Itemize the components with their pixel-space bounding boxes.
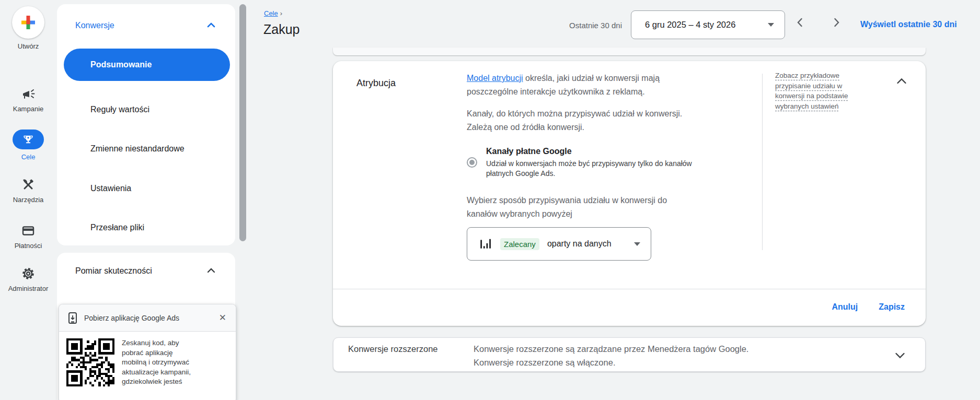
close-icon[interactable]: ✕ <box>217 311 228 324</box>
enhanced-conversions-line1: Konwersje rozszerzone są zarządzane prze… <box>474 342 748 356</box>
previous-card-sliver <box>333 48 926 55</box>
create-button[interactable]: Utwórz <box>0 6 56 50</box>
expand-section-button[interactable] <box>893 348 907 363</box>
paid-channels-texts: Kanały płatne Google Udział w konwersjac… <box>486 144 692 178</box>
attribution-model-dropdown[interactable]: Zalecany oparty na danych <box>467 227 651 261</box>
example-attribution-link[interactable]: Zobacz przykładowe przypisanie udziału w… <box>775 70 886 111</box>
sidebar-item-reguly-wartosci[interactable]: Reguły wartości <box>90 105 149 114</box>
nav-rail: Utwórz Kampanie Cele <box>0 0 56 400</box>
enhanced-conversions-line2: Konwersje rozszerzone są włączone. <box>474 356 748 369</box>
collapse-section-button[interactable] <box>894 74 909 88</box>
choose-method-text: Wybierz sposób przypisywania udziału w k… <box>467 194 767 221</box>
date-range-picker[interactable]: 6 gru 2025 – 4 sty 2026 <box>631 10 785 39</box>
nav-item-campaigns[interactable]: Kampanie <box>0 87 56 113</box>
chevron-up-icon[interactable] <box>207 22 215 28</box>
billing-label: Płatności <box>15 242 42 250</box>
save-button[interactable]: Zapisz <box>871 297 912 317</box>
conversions-header[interactable]: Konwersje <box>75 21 114 30</box>
attribution-section-label: Atrybucja <box>356 78 396 89</box>
tools-label: Narzędzia <box>13 196 44 204</box>
tools-icon <box>21 178 36 192</box>
breadcrumb-link-cele[interactable]: Cele <box>264 9 278 17</box>
attribution-model-link[interactable]: Model atrybucji <box>467 74 523 83</box>
nav-item-billing[interactable]: Płatności <box>0 223 56 250</box>
date-range-value: 6 gru 2025 – 4 sty 2026 <box>645 20 735 30</box>
chevron-up-icon <box>896 77 907 85</box>
channels-description: Kanały, do których można przypisywać udz… <box>467 107 767 134</box>
card-actions: Anuluj Zapisz <box>824 297 912 317</box>
app-promo-text: Zeskanuj kod, aby pobrać aplikację mobil… <box>122 338 191 387</box>
enhanced-conversions-label: Konwersje rozszerzone <box>348 342 440 356</box>
sidebar-item-zmienne-niestandardowe[interactable]: Zmienne niestandardowe <box>90 144 185 154</box>
recommended-badge: Zalecany <box>500 238 539 250</box>
app-promo-header: Pobierz aplikację Google Ads ✕ <box>59 304 236 332</box>
admin-label: Administrator <box>8 285 49 292</box>
sidebar-item-ustawienia[interactable]: Ustawienia <box>90 184 131 193</box>
attribution-intro: Model atrybucji określa, jaki udział w k… <box>467 72 767 99</box>
dropdown-value: oparty na danych <box>547 239 612 249</box>
page-title: Zakup <box>263 22 299 37</box>
nav-item-goals[interactable]: Cele <box>0 130 56 161</box>
measurement-header[interactable]: Pomiar skuteczności <box>75 266 152 276</box>
paid-channels-desc: Udział w konwersjach może być przypisywa… <box>486 159 692 178</box>
enhanced-conversions-status: Konwersje rozszerzone są zarządzane prze… <box>474 342 748 369</box>
vertical-divider <box>762 74 763 250</box>
breadcrumb-separator: › <box>280 9 282 17</box>
goals-label: Cele <box>21 153 36 161</box>
prev-period-button[interactable] <box>792 15 808 30</box>
chevron-right-icon <box>831 17 841 28</box>
sidebar-item-przeslane-pliki[interactable]: Przesłane pliki <box>90 223 144 232</box>
breadcrumb: Cele› <box>264 9 282 17</box>
credit-card-icon <box>21 223 36 238</box>
sidebar-scrollbar[interactable] <box>239 4 246 241</box>
create-plus-icon[interactable] <box>12 6 44 39</box>
create-label: Utwórz <box>18 42 39 50</box>
goals-pill[interactable] <box>13 130 44 149</box>
campaigns-label: Kampanie <box>13 105 44 113</box>
attribution-card: Atrybucja Model atrybucji określa, jaki … <box>333 61 926 326</box>
caret-down-icon <box>634 242 640 246</box>
conversions-panel: Konwersje Podsumowanie Reguły wartości Z… <box>57 4 235 245</box>
gear-icon <box>21 266 36 281</box>
nav-item-admin[interactable]: Administrator <box>0 266 56 292</box>
cancel-button[interactable]: Anuluj <box>824 297 865 317</box>
bar-chart-icon <box>479 237 492 251</box>
trophy-icon <box>22 134 34 145</box>
phone-download-icon <box>67 312 78 324</box>
next-period-button[interactable] <box>828 15 844 30</box>
footer-divider <box>333 289 926 289</box>
chevron-left-icon <box>795 17 805 28</box>
google-plus-icon <box>19 14 37 31</box>
paid-channels-title: Kanały płatne Google <box>486 146 692 157</box>
sidebar-item-podsumowanie[interactable]: Podsumowanie <box>64 49 230 81</box>
qr-code <box>66 338 114 386</box>
app-promo-body: Zeskanuj kod, aby pobrać aplikację mobil… <box>59 332 236 394</box>
enhanced-conversions-panel: Konwersje rozszerzone Konwersje rozszerz… <box>333 337 926 372</box>
app-promo-card: Pobierz aplikację Google Ads ✕ Zeskanuj … <box>59 304 236 400</box>
date-range-label: Ostatnie 30 dni <box>533 21 622 30</box>
chevron-down-icon <box>895 352 905 359</box>
app-promo-title: Pobierz aplikację Google Ads <box>84 314 211 322</box>
chevron-up-icon[interactable] <box>207 267 215 274</box>
radio-selected-disabled[interactable] <box>467 157 477 168</box>
megaphone-icon <box>21 87 36 101</box>
caret-down-icon <box>768 23 774 27</box>
nav-item-tools[interactable]: Narzędzia <box>0 178 56 204</box>
view-last-30-days-link[interactable]: Wyświetl ostatnie 30 dni <box>860 20 957 29</box>
paid-channels-option: Kanały płatne Google Udział w konwersjac… <box>467 144 692 178</box>
